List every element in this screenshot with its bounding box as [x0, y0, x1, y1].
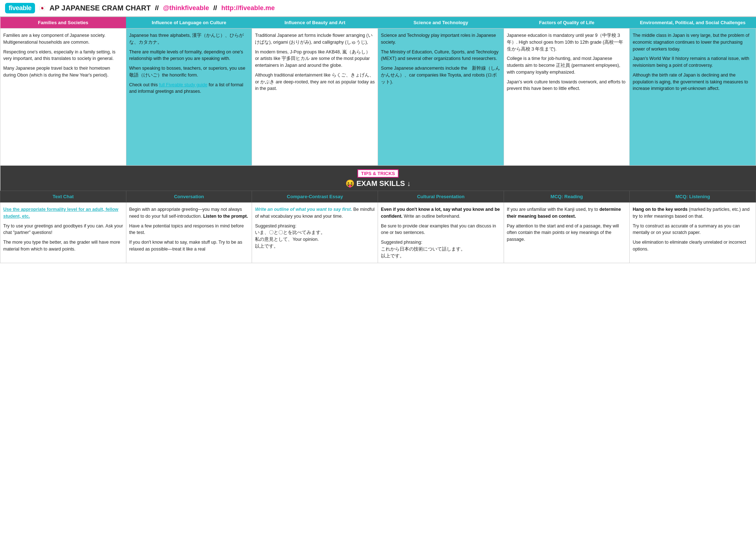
cell-environmental: The middle class in Japan is very large,…: [630, 29, 756, 166]
language-p2: There are multiple levels of formality, …: [129, 49, 249, 62]
exam-cell-conversation: Begin with an appropriate greeting—you m…: [126, 203, 252, 263]
comparecontrast-p1: Write an outline of what you want to say…: [255, 206, 375, 220]
mcqreading-p1: If you are unfamiliar with the Kanji use…: [507, 206, 627, 220]
cell-beauty: Traditional Japanese art forms include f…: [252, 29, 378, 166]
cell-science: Science and Technology play important ro…: [378, 29, 504, 166]
col-header-quality: Factors of Quality of Life: [504, 17, 630, 29]
science-p2: The Ministry of Education, Culture, Spor…: [381, 49, 501, 62]
tips-section: TIPS & TRICKS 😝 EXAM SKILLS ↓: [0, 166, 756, 191]
exam-col-textchat: Text Chat: [0, 191, 126, 203]
fiveable-logo: fiveable: [5, 3, 35, 13]
exam-skills-label: 😝 EXAM SKILLS ↓: [0, 179, 756, 188]
col-header-families: Families and Societies: [0, 17, 126, 29]
exam-col-mcqreading: MCQ: Reading: [504, 191, 630, 203]
mcqreading-p2: Pay attention to the start and end of a …: [507, 223, 627, 243]
exam-header-row: Text Chat Conversation Compare-Contrast …: [0, 191, 756, 203]
exam-col-conversation: Conversation: [126, 191, 252, 203]
language-p3: When speaking to bosses, teachers, or su…: [129, 65, 249, 79]
conversation-p3: If you don't know what to say, make stuf…: [129, 239, 249, 253]
conversation-p2: Have a few potential topics and response…: [129, 223, 249, 236]
quality-p2: College is a time for job-hunting, and m…: [507, 55, 627, 75]
col-header-environmental: Environmental, Political, and Social Cha…: [630, 17, 756, 29]
mcqlistening-p2: Try to construct as accurate of a summar…: [633, 223, 753, 236]
cell-families: Families are a key component of Japanese…: [0, 29, 126, 166]
exam-cell-mcqlistening: Hang on to the key words (marked by part…: [630, 203, 756, 263]
flag-icon: 🇯🇵: [39, 5, 45, 11]
page-title: AP JAPANESE CRAM CHART: [49, 4, 151, 12]
exam-col-mcqlistening: MCQ: Listening: [630, 191, 756, 203]
conversation-p1: Begin with an appropriate greeting—you m…: [129, 206, 249, 220]
families-p1: Families are a key component of Japanese…: [3, 32, 123, 46]
cell-quality: Japanese education is mandatory until ye…: [504, 29, 630, 166]
fiveable-study-guide-link[interactable]: full Fiveable study guide: [159, 82, 207, 87]
mcqlistening-p3: Use elimination to eliminate clearly unr…: [633, 239, 753, 253]
tips-row: TIPS & TRICKS 😝 EXAM SKILLS ↓: [0, 166, 756, 191]
env-p1: The middle class in Japan is very large,…: [633, 32, 753, 52]
families-p2: Respecting one's elders, especially in a…: [3, 49, 123, 62]
page-header: fiveable 🇯🇵 AP JAPANESE CRAM CHART // @t…: [0, 0, 756, 17]
textchat-p3: The more you type the better, as the gra…: [3, 239, 123, 253]
exam-col-cultural: Cultural Presentation: [378, 191, 504, 203]
exam-content-row: Use the appropriate formality level for …: [0, 203, 756, 263]
website-link[interactable]: http://fiveable.me: [221, 4, 275, 12]
quality-p1: Japanese education is mandatory until ye…: [507, 32, 627, 52]
beauty-p1: Traditional Japanese art forms include f…: [255, 32, 375, 46]
beauty-p3: Although traditional entertainment like …: [255, 72, 375, 92]
textchat-p2: Try to use your greetings and goodbyes i…: [3, 223, 123, 236]
cultural-p2: Be sure to provide clear examples that y…: [381, 223, 501, 236]
beauty-p2: In modern times, J-Pop groups like AKB48…: [255, 49, 375, 69]
exam-cell-comparecontrast: Write an outline of what you want to say…: [252, 203, 378, 263]
col-header-beauty: Influence of Beauty and Art: [252, 17, 378, 29]
column-header-row: Families and Societies Influence of Lang…: [0, 17, 756, 29]
comparecontrast-p2: Suggested phrasing:いま、〇と〇とを比べてみます。私の意見とし…: [255, 223, 375, 250]
exam-cell-textchat: Use the appropriate formality level for …: [0, 203, 126, 263]
cell-language: Japanese has three alphabets, 漢字（かんじ）、ひら…: [126, 29, 252, 166]
language-p1: Japanese has three alphabets, 漢字（かんじ）、ひら…: [129, 32, 249, 46]
main-content-row: Families are a key component of Japanese…: [0, 29, 756, 166]
main-table: Families and Societies Influence of Lang…: [0, 17, 756, 263]
env-p2: Japan's World War II history remains a n…: [633, 55, 753, 69]
col-header-language: Influence of Language on Culture: [126, 17, 252, 29]
mcqlistening-p1: Hang on to the key words (marked by part…: [633, 206, 753, 220]
quality-p3: Japan's work culture tends towards overw…: [507, 79, 627, 92]
science-p3: Some Japanese advancements include the 新…: [381, 65, 501, 85]
exam-col-comparecontrast: Compare-Contrast Essay: [252, 191, 378, 203]
separator1: //: [155, 4, 158, 12]
tips-label: TIPS & TRICKS: [357, 169, 399, 178]
exam-cell-mcqreading: If you are unfamiliar with the Kanji use…: [504, 203, 630, 263]
env-p3: Although the birth rate of Japan is decl…: [633, 72, 753, 92]
exam-cell-cultural: Even if you don't know a lot, say what y…: [378, 203, 504, 263]
textchat-p1: Use the appropriate formality level for …: [3, 206, 123, 220]
language-p4: Check out this full Fiveable study guide…: [129, 82, 249, 95]
col-header-science: Science and Technology: [378, 17, 504, 29]
separator2: //: [213, 4, 217, 12]
families-p3: Many Japanese people travel back to thei…: [3, 65, 123, 79]
science-p1: Science and Technology play important ro…: [381, 32, 501, 46]
twitter-link[interactable]: @thinkfiveable: [163, 4, 209, 12]
cultural-p3: Suggested phrasing:これから日本の技術について話します。以上で…: [381, 239, 501, 259]
cultural-p1: Even if you don't know a lot, say what y…: [381, 206, 501, 220]
